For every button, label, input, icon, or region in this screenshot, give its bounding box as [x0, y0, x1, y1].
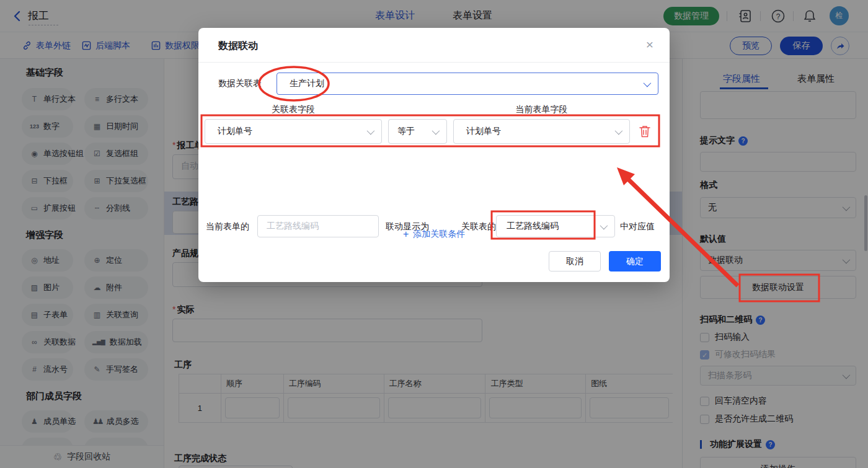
- related-table-label: 关联表的: [461, 221, 496, 232]
- chevron-down-icon: [600, 221, 608, 229]
- modal-header: 数据联动 ×: [198, 28, 670, 63]
- chevron-down-icon: [615, 126, 623, 135]
- chevron-down-icon: [432, 126, 440, 135]
- column-header-current-field: 当前表单字段: [453, 104, 630, 115]
- link-table-label: 数据关联表: [218, 78, 262, 89]
- confirm-button[interactable]: 确定: [609, 251, 661, 272]
- column-header-related-field: 关联表字段: [205, 104, 382, 115]
- related-field-select[interactable]: 工艺路线编码: [496, 215, 615, 237]
- current-form-label: 当前表单的: [206, 221, 249, 232]
- cancel-button[interactable]: 取消: [549, 251, 601, 272]
- condition-right-select[interactable]: 计划单号: [453, 119, 630, 144]
- close-icon[interactable]: ×: [646, 38, 653, 51]
- chevron-down-icon: [644, 79, 652, 87]
- display-as-label: 联动显示为: [386, 221, 429, 232]
- data-linkage-modal: 数据联动 × 数据关联表 生产计划 关联表字段 当前表单字段 计划单号 等于 计…: [198, 28, 670, 282]
- link-table-select[interactable]: 生产计划: [277, 73, 658, 95]
- modal-title: 数据联动: [218, 40, 258, 53]
- trash-icon[interactable]: [639, 125, 651, 138]
- condition-left-select[interactable]: 计划单号: [205, 119, 382, 144]
- condition-operator-select[interactable]: 等于: [388, 119, 447, 144]
- current-field-input[interactable]: 工艺路线编码: [257, 215, 379, 237]
- chevron-down-icon: [367, 126, 375, 135]
- suffix-label: 中对应值: [620, 221, 655, 232]
